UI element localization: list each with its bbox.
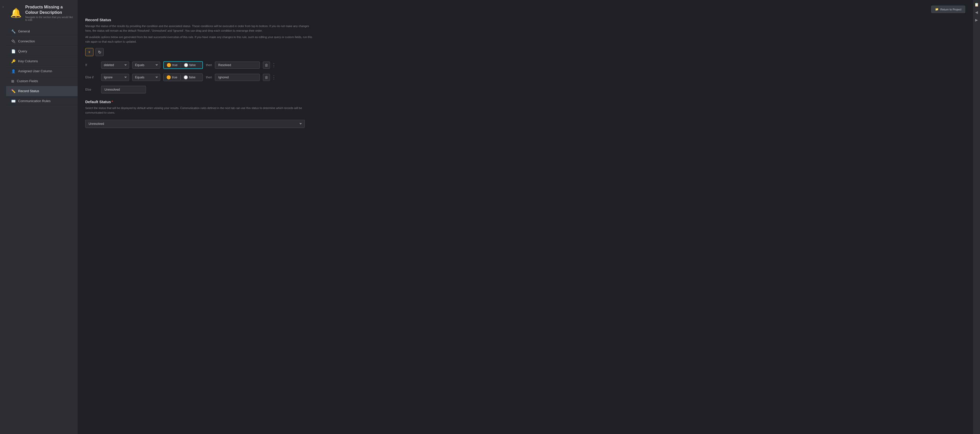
folder-icon: 📁 [935,8,939,11]
required-star: * [111,100,113,104]
add-condition-button[interactable]: + [85,48,94,56]
plug-icon: 🔌 [11,39,16,43]
radio-true-label-1: true [172,63,178,67]
right-icon-arrow-left[interactable]: ◀ [975,10,978,14]
else-label: Else [85,88,98,91]
chevron-right-icon: › [3,5,4,9]
app-subtitle: Navigate to the section that you would l… [25,16,73,21]
record-status-section: Record Status Manage the status of the r… [85,18,965,128]
nav-label-custom-fields: Custom Fields [17,79,38,83]
envelope-icon: ✉️ [11,99,16,103]
cond-field-select-2[interactable]: Ignore [101,74,129,81]
radio-false-dot-1 [184,63,188,67]
cond-result-input-1[interactable] [215,62,260,69]
nav-label-key-columns: Key Columns [18,59,38,63]
else-value-input[interactable] [101,86,146,93]
wrench-icon: 🔧 [11,29,16,34]
top-bar: 📁 Return to Project [85,6,965,13]
condition-row-1: If deleted Equals true false then [85,61,965,69]
left-toggle[interactable]: › [0,0,6,434]
right-icon-clipboard[interactable]: 📋 [974,3,979,6]
refresh-button[interactable]: ↻ [95,48,103,56]
sidebar-nav: 🔧 General 🔌 Connection 📄 Query 🔑 Key Col… [6,27,78,106]
radio-true-1[interactable]: true [167,63,178,67]
radio-false-label-1: false [189,63,196,67]
radio-false-dot-2 [184,75,188,80]
nav-label-general: General [18,29,30,33]
section-desc-1: Manage the status of the results by prov… [85,24,315,33]
return-to-project-button[interactable]: 📁 Return to Project [931,6,965,13]
radio-false-2[interactable]: false [184,75,196,80]
right-icon-play[interactable]: ▶ [975,18,978,22]
default-status-desc: Select the status that will be displayed… [85,106,315,115]
cond-label-else-if: Else if [85,75,98,79]
refresh-icon: ↻ [98,50,101,55]
cond-actions-1: 🗑 ⋮ [263,62,276,69]
more-options-2-button[interactable]: ⋮ [272,75,276,80]
sidebar-item-custom-fields[interactable]: ⊞ Custom Fields [6,77,78,86]
cond-radio-group-2: true false [163,73,203,81]
sidebar-item-communication-rules[interactable]: ✉️ Communication Rules [6,96,78,106]
cond-operator-select-2[interactable]: Equals [132,74,160,81]
edit-icon: ✏️ [11,89,16,93]
sidebar-item-record-status[interactable]: ✏️ Record Status [6,86,78,96]
condition-row-2: Else if Ignore Equals true false then [85,73,965,81]
sidebar: 🔔 Products Missing a Colour Description … [6,0,78,434]
cond-field-select-1[interactable]: deleted [101,62,129,69]
nav-label-record-status: Record Status [18,89,39,93]
toolbar: + ↻ [85,48,965,56]
return-button-label: Return to Project [940,8,961,11]
sidebar-title-block: Products Missing a Colour Description Na… [25,5,73,21]
default-status-select[interactable]: Unresolved Resolved Ignored [85,120,305,128]
user-icon: 👤 [11,69,16,73]
cond-then-1: then [206,63,212,67]
sidebar-item-key-columns[interactable]: 🔑 Key Columns [6,56,78,66]
sidebar-header: 🔔 Products Missing a Colour Description … [6,0,78,24]
sidebar-item-query[interactable]: 📄 Query [6,46,78,56]
nav-label-connection: Connection [18,39,35,43]
else-row: Else [85,86,965,93]
radio-true-2[interactable]: true [167,75,177,80]
sidebar-item-assigned-user[interactable]: 👤 Assigned User Column [6,66,78,77]
nav-label-query: Query [18,49,27,53]
sidebar-item-general[interactable]: 🔧 General [6,27,78,37]
radio-true-dot-2 [167,75,171,80]
section-title: Record Status [85,18,965,22]
radio-divider-1 [181,62,181,68]
cond-then-2: then [206,75,212,79]
section-desc-2: All available options below are generate… [85,35,315,44]
cond-label-if: If [85,63,98,67]
radio-false-label-2: false [189,75,196,79]
radio-true-dot-1 [167,63,171,67]
cond-radio-group-1: true false [163,61,203,69]
radio-divider-2 [180,75,181,80]
cond-actions-2: 🗑 ⋮ [263,74,276,81]
delete-condition-1-button[interactable]: 🗑 [263,62,270,69]
plus-icon: + [88,50,90,54]
nav-label-assigned-user: Assigned User Column [18,69,52,73]
radio-true-label-2: true [172,75,177,79]
right-sidebar: 📋 ◀ ▶ [973,0,980,434]
doc-icon: 📄 [11,49,16,53]
sidebar-item-connection[interactable]: 🔌 Connection [6,37,78,46]
default-status-title: Default Status* [85,100,965,104]
nav-label-communication-rules: Communication Rules [18,99,51,103]
bell-icon: 🔔 [10,8,22,18]
grid-icon: ⊞ [11,79,14,83]
more-options-1-button[interactable]: ⋮ [272,63,276,67]
default-status-section: Default Status* Select the status that w… [85,100,965,128]
app-title: Products Missing a Colour Description [25,5,73,15]
main-content: 📁 Return to Project Record Status Manage… [78,0,973,434]
delete-condition-2-button[interactable]: 🗑 [263,74,270,81]
radio-false-1[interactable]: false [184,63,196,67]
key-icon: 🔑 [11,59,16,63]
cond-result-input-2[interactable] [215,74,260,81]
cond-operator-select-1[interactable]: Equals [132,62,160,69]
